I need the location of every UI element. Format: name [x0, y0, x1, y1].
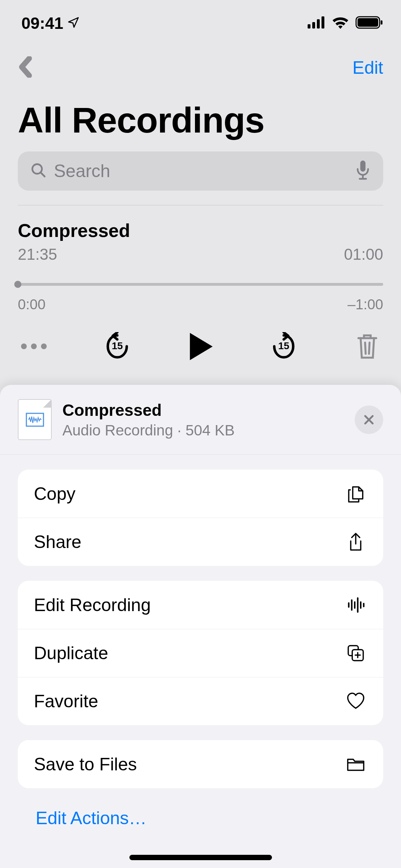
- recording-duration: 01:00: [344, 246, 383, 263]
- sheet-header: Compressed Audio Recording · 504 KB: [0, 385, 401, 455]
- action-group: Save to Files: [18, 740, 383, 788]
- nav-bar: Edit: [0, 46, 401, 89]
- player-controls: 15 15: [18, 330, 383, 373]
- svg-rect-2: [317, 19, 320, 29]
- action-label: Copy: [34, 484, 76, 504]
- trash-icon: [356, 333, 379, 360]
- action-sheet: Compressed Audio Recording · 504 KB Copy…: [0, 385, 401, 868]
- scrub-remaining: –1:00: [348, 296, 383, 312]
- action-group: Edit RecordingDuplicateFavorite: [18, 581, 383, 725]
- close-sheet-button[interactable]: [355, 405, 383, 434]
- svg-line-13: [365, 342, 366, 353]
- recording-item[interactable]: Compressed 21:35 01:00 0:00 –1:00 15 15: [0, 206, 401, 384]
- close-icon: [363, 413, 375, 426]
- svg-rect-1: [312, 22, 315, 29]
- action-label: Share: [34, 532, 81, 552]
- svg-text:15: 15: [112, 340, 123, 351]
- page-title: All Recordings: [0, 89, 401, 151]
- action-copy[interactable]: Copy: [18, 470, 383, 518]
- sheet-file-meta: Audio Recording · 504 KB: [62, 422, 344, 439]
- scrubber[interactable]: [18, 283, 383, 286]
- file-info: Compressed Audio Recording · 504 KB: [62, 401, 344, 439]
- sheet-groups: CopyShareEdit RecordingDuplicateFavorite…: [0, 470, 401, 788]
- duplicate-icon: [344, 642, 367, 665]
- status-time-wrap: 09:41: [21, 14, 80, 33]
- svg-text:15: 15: [278, 340, 289, 351]
- svg-rect-3: [322, 16, 324, 29]
- sheet-file-name: Compressed: [62, 401, 344, 420]
- skip-forward-icon: 15: [271, 332, 296, 361]
- edit-actions-button[interactable]: Edit Actions…: [36, 808, 383, 828]
- scrub-current: 0:00: [18, 296, 46, 312]
- waveform-icon: [344, 594, 367, 616]
- heart-icon: [344, 690, 367, 713]
- svg-line-14: [369, 342, 370, 353]
- delete-button[interactable]: [351, 330, 383, 362]
- skip-back-15-button[interactable]: 15: [101, 330, 133, 362]
- more-icon: [21, 343, 47, 349]
- chevron-left-icon: [18, 56, 32, 78]
- search-icon: [30, 162, 47, 180]
- status-time: 09:41: [21, 14, 63, 33]
- folder-icon: [344, 753, 367, 776]
- back-button[interactable]: [18, 56, 32, 79]
- search-field[interactable]: [18, 151, 383, 191]
- edit-button[interactable]: Edit: [353, 57, 383, 78]
- search-container: [0, 151, 401, 205]
- status-bar: 09:41: [0, 0, 401, 46]
- action-duplicate[interactable]: Duplicate: [18, 629, 383, 677]
- recording-title: Compressed: [18, 220, 383, 241]
- action-group: CopyShare: [18, 470, 383, 566]
- share-icon: [344, 531, 367, 553]
- svg-rect-6: [381, 20, 382, 25]
- more-button[interactable]: [18, 330, 50, 362]
- play-button[interactable]: [185, 330, 217, 362]
- svg-rect-5: [358, 18, 378, 27]
- scrubber-handle[interactable]: [14, 281, 21, 288]
- action-share[interactable]: Share: [18, 518, 383, 566]
- action-label: Edit Recording: [34, 595, 151, 615]
- recording-time: 21:35: [18, 246, 57, 263]
- play-icon: [185, 331, 216, 362]
- action-waveform[interactable]: Edit Recording: [18, 581, 383, 629]
- file-icon: [18, 399, 52, 440]
- wifi-icon: [332, 16, 349, 30]
- status-right: [308, 16, 383, 30]
- action-folder[interactable]: Save to Files: [18, 740, 383, 788]
- svg-rect-0: [308, 24, 310, 29]
- svg-rect-8: [360, 161, 366, 172]
- action-heart[interactable]: Favorite: [18, 677, 383, 725]
- action-label: Duplicate: [34, 643, 108, 663]
- mic-icon[interactable]: [355, 160, 371, 182]
- action-label: Favorite: [34, 691, 98, 712]
- copy-icon: [344, 482, 367, 505]
- skip-forward-15-button[interactable]: 15: [268, 330, 300, 362]
- search-input[interactable]: [54, 161, 348, 181]
- cellular-icon: [308, 16, 325, 30]
- location-icon: [67, 14, 80, 33]
- scrub-times: 0:00 –1:00: [18, 296, 383, 312]
- recording-meta: 21:35 01:00: [18, 246, 383, 263]
- home-indicator[interactable]: [129, 855, 272, 860]
- battery-icon: [355, 16, 383, 30]
- skip-back-icon: 15: [105, 332, 130, 361]
- action-label: Save to Files: [34, 754, 137, 775]
